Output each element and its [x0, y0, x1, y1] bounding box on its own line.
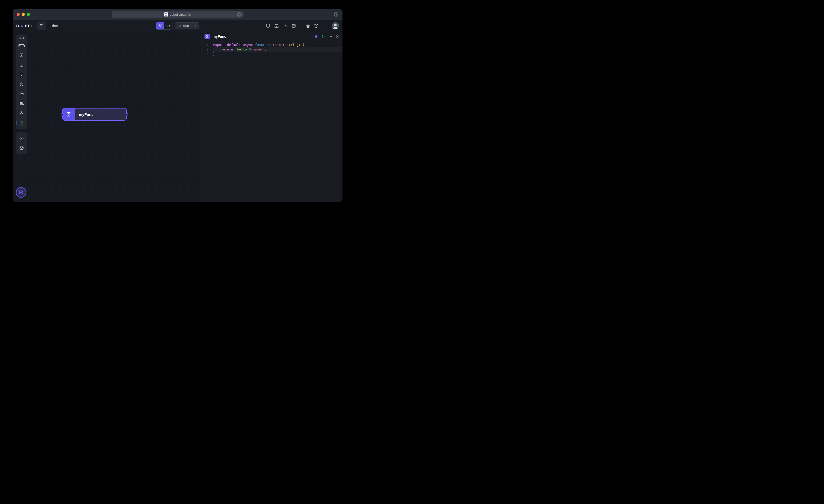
logo-mark-icon	[20, 24, 24, 28]
divider	[301, 23, 301, 29]
more-horizontal-icon[interactable]	[328, 34, 332, 38]
breadcrumb[interactable]: docs	[52, 24, 60, 28]
svg-point-17	[325, 24, 325, 25]
svg-point-9	[41, 27, 42, 27]
distribute-icon[interactable]	[283, 24, 288, 28]
http-tool[interactable]: HTTP	[17, 41, 26, 50]
app-logo[interactable]: B BEL	[16, 24, 33, 28]
svg-point-7	[42, 25, 43, 26]
avatar[interactable]	[332, 22, 339, 29]
component-tool[interactable]	[17, 118, 26, 127]
window-minimize-light[interactable]	[22, 13, 25, 16]
code-content[interactable]: export default async function (name: str…	[211, 41, 342, 202]
editor-header: myFunc	[201, 32, 342, 41]
line-numbers: 1 2 3	[201, 41, 211, 202]
svg-point-16	[307, 25, 309, 27]
url-text: babel.cloud	[170, 13, 187, 16]
editor-panel: myFunc 1 2 3 export default async functi…	[201, 32, 342, 202]
svg-point-22	[20, 63, 23, 65]
code-area[interactable]: 1 2 3 export default async function (nam…	[201, 41, 342, 202]
topbar-icon-group-1	[266, 24, 296, 28]
logo-suffix: BEL	[25, 24, 33, 28]
package-tool[interactable]	[17, 144, 26, 152]
function-node[interactable]: myFunc	[62, 108, 127, 121]
traffic-lights	[17, 13, 30, 16]
timer-tool[interactable]	[17, 80, 26, 89]
presence-dot	[337, 27, 339, 29]
code-view-toggle[interactable]	[164, 22, 172, 29]
titlebar: babel.cloud •••	[13, 9, 342, 20]
svg-point-19	[325, 27, 325, 27]
node-title: myFunc	[79, 112, 94, 117]
run-button[interactable]: Run	[175, 23, 192, 29]
database-icon[interactable]	[266, 24, 270, 28]
site-favicon-icon	[164, 12, 168, 16]
line-number: 2	[201, 47, 209, 52]
sigma-icon	[19, 53, 24, 57]
topbar-icon-group-2	[305, 24, 327, 28]
database-tool[interactable]	[17, 60, 26, 69]
svg-point-14	[267, 24, 270, 25]
window-close-light[interactable]	[17, 13, 20, 16]
canvas[interactable]: myFunc	[13, 32, 201, 202]
window-zoom-light[interactable]	[27, 13, 30, 16]
line-number: 1	[201, 42, 209, 47]
svg-point-11	[159, 24, 160, 25]
graph-view-toggle[interactable]	[156, 22, 164, 29]
distribute-tool[interactable]	[17, 109, 26, 117]
svg-point-4	[42, 24, 43, 25]
line-number: 3	[201, 52, 209, 56]
view-toggle	[156, 22, 173, 30]
folder-tool[interactable]	[17, 90, 26, 98]
code-line-3: }	[213, 52, 342, 56]
editor-header-right	[314, 34, 339, 38]
node-icon-box	[63, 109, 75, 120]
assistant-fab[interactable]	[16, 187, 26, 198]
node-input-port[interactable]	[61, 113, 64, 116]
list-icon[interactable]	[292, 24, 296, 28]
svg-point-37	[20, 192, 21, 193]
function-badge-icon	[204, 34, 210, 39]
logo-prefix: B	[16, 24, 19, 28]
run-group: Run	[175, 22, 199, 29]
svg-point-33	[329, 36, 329, 36]
inbox-tool[interactable]	[17, 70, 26, 79]
url-overflow-icon[interactable]: •••	[237, 12, 241, 17]
download-icon[interactable]	[334, 12, 338, 17]
history-icon[interactable]	[314, 24, 319, 28]
svg-point-21	[334, 24, 337, 26]
braces-tool[interactable]	[17, 134, 26, 143]
editor-title: myFunc	[213, 34, 226, 38]
svg-point-3	[41, 24, 42, 25]
topbar-right	[266, 22, 339, 29]
svg-point-38	[21, 192, 22, 193]
svg-point-29	[21, 138, 22, 139]
svg-point-25	[22, 102, 23, 103]
url-bar[interactable]: babel.cloud •••	[112, 11, 243, 18]
code-line-1: export default async function (name: str…	[213, 42, 342, 47]
http-badge: HTTP	[18, 44, 25, 47]
svg-point-8	[40, 27, 41, 27]
svg-point-31	[315, 36, 316, 36]
apps-grid-button[interactable]	[37, 21, 46, 30]
titlebar-right	[334, 12, 338, 17]
svg-point-5	[40, 25, 41, 26]
bot-icon	[18, 190, 24, 196]
function-tool[interactable]	[17, 51, 26, 59]
run-function-icon[interactable]	[321, 34, 325, 38]
run-label: Run	[183, 24, 189, 28]
node-output-port[interactable]	[126, 113, 128, 116]
inbox-icon[interactable]	[274, 24, 279, 28]
topbar-center: Run	[156, 22, 199, 30]
svg-point-26	[21, 103, 21, 104]
run-dropdown[interactable]	[192, 23, 199, 29]
left-rails: Add HTTP	[16, 35, 27, 154]
more-vertical-icon[interactable]	[323, 24, 327, 28]
close-panel-icon[interactable]	[335, 34, 339, 38]
main: Add HTTP	[13, 32, 342, 202]
ai-assist-icon[interactable]	[314, 34, 318, 38]
play-icon	[178, 24, 181, 27]
svg-point-18	[325, 25, 325, 26]
settings-tool[interactable]	[17, 99, 26, 108]
eye-icon[interactable]	[305, 24, 310, 28]
